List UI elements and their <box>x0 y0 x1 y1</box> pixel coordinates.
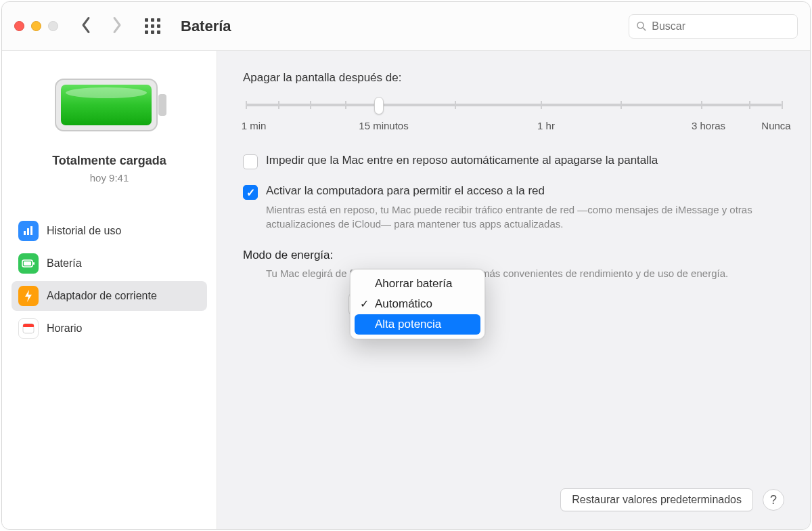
svg-line-1 <box>643 28 645 30</box>
slider-tick-labels: 1 min 15 minutos 1 hr 3 horas Nunca <box>243 120 784 135</box>
svg-rect-4 <box>158 94 166 116</box>
slider-tick-label: 3 horas <box>692 120 725 131</box>
battery-icon <box>49 71 171 139</box>
traffic-lights <box>14 21 58 31</box>
restore-defaults-button[interactable]: Restaurar valores predeterminados <box>560 488 753 511</box>
sidebar-item-battery[interactable]: Batería <box>12 249 207 278</box>
wake-network-checkbox[interactable] <box>243 185 258 200</box>
page-title: Batería <box>181 18 622 35</box>
svg-rect-8 <box>30 226 32 235</box>
battery-status-subtitle: hoy 9:41 <box>90 172 129 184</box>
slider-tick-label: Nunca <box>761 120 790 131</box>
search-input[interactable] <box>652 20 790 33</box>
display-off-slider[interactable] <box>246 94 782 117</box>
svg-rect-7 <box>27 228 29 235</box>
svg-point-0 <box>637 22 644 28</box>
calendar-icon <box>18 318 39 339</box>
bolt-icon <box>18 286 39 306</box>
prevent-sleep-label: Impedir que la Mac entre en reposo autom… <box>266 154 658 167</box>
help-button[interactable]: ? <box>763 489 784 511</box>
svg-rect-15 <box>23 326 34 327</box>
preferences-window: Batería <box>1 1 811 530</box>
slider-tick-label: 15 minutos <box>359 120 408 131</box>
popup-option-high-power[interactable]: Alta potencia <box>355 314 480 335</box>
nav-buttons <box>80 16 123 36</box>
zoom-window-button <box>48 21 58 31</box>
battery-status-title: Totalmente cargada <box>52 154 166 168</box>
svg-rect-6 <box>24 231 26 235</box>
wake-network-label: Activar la computadora para permitir el … <box>266 184 545 198</box>
popup-option-save-battery[interactable]: Ahorrar batería <box>355 274 480 294</box>
display-off-label: Apagar la pantalla después de: <box>243 71 784 85</box>
svg-point-5 <box>66 87 147 98</box>
energy-mode-description: Tu Mac elegirá de forma automática los n… <box>243 266 784 280</box>
slider-tick-label: 1 min <box>242 120 267 131</box>
content-pane: Apagar la pantalla después de: 1 min 15 … <box>217 51 810 529</box>
titlebar: Batería <box>2 2 810 51</box>
sidebar-list: Historial de uso Batería Adaptador de co… <box>2 216 217 343</box>
prevent-sleep-checkbox[interactable] <box>243 154 258 169</box>
energy-mode-popup: Ahorrar batería Automático Alta potencia <box>350 269 485 339</box>
svg-rect-10 <box>24 261 31 266</box>
svg-marker-12 <box>25 290 32 302</box>
sidebar-item-usage-history[interactable]: Historial de uso <box>12 216 207 246</box>
slider-tick-label: 1 hr <box>537 120 555 131</box>
sidebar-item-power-adapter[interactable]: Adaptador de corriente <box>12 281 207 311</box>
popup-option-automatic[interactable]: Automático <box>355 294 480 314</box>
close-window-button[interactable] <box>14 21 24 31</box>
search-field[interactable] <box>629 14 798 39</box>
sidebar-item-label: Adaptador de corriente <box>47 290 157 302</box>
minimize-window-button[interactable] <box>31 21 41 31</box>
svg-rect-11 <box>33 262 35 265</box>
battery-hero: Totalmente cargada hoy 9:41 <box>2 71 217 184</box>
show-all-button[interactable] <box>145 18 160 34</box>
sidebar-item-label: Historial de uso <box>47 225 121 237</box>
slider-thumb[interactable] <box>374 97 384 114</box>
energy-mode-label: Modo de energía: <box>243 249 333 262</box>
sidebar-item-schedule[interactable]: Horario <box>12 314 207 343</box>
sidebar-item-label: Horario <box>47 322 82 335</box>
sidebar-item-label: Batería <box>47 257 82 270</box>
search-icon <box>636 20 646 32</box>
back-button[interactable] <box>80 16 92 36</box>
forward-button <box>111 16 123 36</box>
chart-icon <box>18 221 39 241</box>
sidebar: Totalmente cargada hoy 9:41 Historial de… <box>2 51 217 529</box>
wake-network-description: Mientras está en reposo, tu Mac puede re… <box>243 203 784 231</box>
battery-small-icon <box>18 253 39 274</box>
